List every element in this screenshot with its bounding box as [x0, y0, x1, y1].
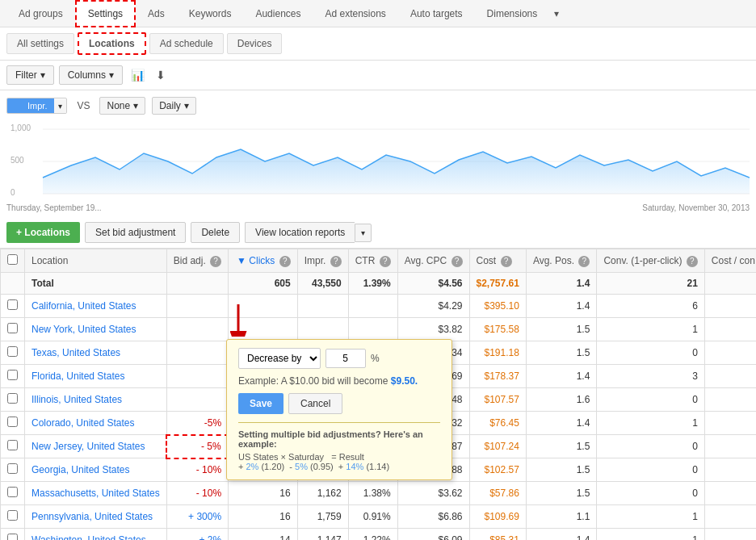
- avg-pos-help[interactable]: ?: [578, 256, 590, 267]
- header-checkbox[interactable]: [1, 249, 25, 273]
- row-location: Georgia, United States: [25, 458, 167, 482]
- tab-dimensions[interactable]: Dimensions: [475, 1, 550, 27]
- location-link[interactable]: Massachusetts, United States: [32, 488, 160, 499]
- tab-ads[interactable]: Ads: [136, 1, 177, 27]
- header-bid-adj[interactable]: Bid adj. ?: [166, 249, 228, 273]
- row-location: New York, United States: [25, 318, 167, 341]
- row-avg_pos: 1.5: [526, 318, 596, 341]
- header-avg-cpc[interactable]: Avg. CPC ?: [397, 249, 469, 273]
- row-checkbox[interactable]: [7, 463, 18, 474]
- row-cost: $175.58: [469, 318, 526, 341]
- row-cost: $178.37: [469, 365, 526, 388]
- toolbar: Filter ▾ Columns ▾ 📊 ⬇: [0, 61, 756, 90]
- view-reports-caret[interactable]: ▾: [355, 224, 372, 242]
- row-location: Washington, United States: [25, 529, 167, 541]
- table-row: Pennsylvania, United States+ 300%161,759…: [1, 505, 757, 529]
- popup-control-row: Decrease by Increase by Set to %: [238, 348, 440, 369]
- location-link[interactable]: California, United States: [32, 300, 136, 312]
- tab-ad-groups[interactable]: Ad groups: [6, 1, 75, 27]
- tab-audiences[interactable]: Audiences: [243, 1, 313, 27]
- location-link[interactable]: Texas, United States: [32, 347, 120, 358]
- row-checkbox-cell: [1, 529, 25, 541]
- set-bid-button[interactable]: Set bid adjustment: [85, 222, 186, 243]
- header-avg-pos[interactable]: Avg. Pos. ?: [526, 249, 596, 273]
- row-clicks: 16: [229, 482, 298, 505]
- location-link[interactable]: Washington, United States: [32, 534, 146, 540]
- subtab-all-settings[interactable]: All settings: [6, 33, 74, 54]
- location-link[interactable]: New York, United States: [32, 324, 136, 335]
- header-impr[interactable]: Impr. ?: [297, 249, 348, 273]
- row-checkbox[interactable]: [7, 393, 18, 404]
- bid-value-input[interactable]: [326, 349, 366, 368]
- header-cost-con[interactable]: Cost / con ?: [704, 249, 756, 273]
- impr-pill[interactable]: Impr. ▾: [6, 98, 67, 114]
- tab-auto-targets[interactable]: Auto targets: [398, 1, 475, 27]
- subtab-ad-schedule[interactable]: Ad schedule: [149, 33, 224, 54]
- header-cost[interactable]: Cost ?: [469, 249, 526, 273]
- avg-cpc-help[interactable]: ?: [452, 256, 463, 267]
- bid-adj-help[interactable]: ?: [210, 256, 221, 267]
- total-ctr: 1.39%: [348, 273, 397, 295]
- row-conv: 0: [597, 341, 704, 365]
- total-row: Total 605 43,550 1.39% $4.56 $2,757.61 1…: [1, 273, 757, 295]
- location-link[interactable]: Illinois, United States: [32, 394, 122, 405]
- daily-dropdown[interactable]: Daily ▾: [152, 97, 196, 115]
- view-reports-button[interactable]: View location reports: [245, 222, 355, 243]
- row-checkbox[interactable]: [7, 417, 18, 427]
- pct-label: %: [371, 353, 380, 364]
- location-link[interactable]: Georgia, United States: [32, 464, 129, 475]
- location-link[interactable]: Pennsylvania, United States: [32, 511, 153, 522]
- download-icon[interactable]: ⬇: [153, 65, 169, 85]
- columns-button[interactable]: Columns ▾: [59, 65, 123, 85]
- row-checkbox[interactable]: [7, 299, 18, 310]
- header-conv[interactable]: Conv. (1-per-click) ?: [597, 249, 704, 273]
- location-link[interactable]: New Jersey, United States: [32, 441, 145, 452]
- chart-icon[interactable]: 📊: [128, 65, 148, 85]
- location-link[interactable]: Colorado, United States: [32, 417, 134, 429]
- popup-save-button[interactable]: Save: [238, 393, 284, 414]
- chart-start-date: Thursday, September 19...: [6, 203, 102, 212]
- row-checkbox[interactable]: [7, 346, 18, 357]
- bid-action-select[interactable]: Decrease by Increase by Set to: [238, 348, 321, 369]
- add-locations-button[interactable]: + Locations: [6, 222, 80, 243]
- tab-settings[interactable]: Settings: [75, 0, 136, 27]
- impr-arrow[interactable]: ▾: [54, 99, 66, 113]
- impr-help[interactable]: ?: [330, 256, 342, 267]
- row-conv: 3: [597, 365, 704, 388]
- location-link[interactable]: Florida, United States: [32, 370, 124, 382]
- row-location: New Jersey, United States: [25, 435, 167, 458]
- ctr-help[interactable]: ?: [380, 256, 391, 267]
- tab-keywords[interactable]: Keywords: [177, 1, 244, 27]
- header-ctr[interactable]: CTR ?: [348, 249, 397, 273]
- none-dropdown[interactable]: None ▾: [99, 97, 145, 115]
- clicks-help[interactable]: ?: [279, 256, 291, 267]
- row-checkbox[interactable]: [7, 370, 18, 380]
- select-all-checkbox[interactable]: [7, 254, 18, 265]
- row-bid-adj: - 10%: [166, 458, 228, 482]
- cost-help[interactable]: ?: [501, 256, 512, 267]
- total-cost-con: [704, 273, 756, 295]
- header-clicks[interactable]: ▼ Clicks ?: [229, 249, 298, 273]
- subtab-locations[interactable]: Locations: [78, 32, 146, 55]
- subtab-devices[interactable]: Devices: [227, 33, 283, 54]
- row-bid-adj: - 10%: [166, 482, 228, 505]
- row-checkbox[interactable]: [7, 440, 18, 450]
- svg-text:500: 500: [10, 156, 24, 165]
- conv-help[interactable]: ?: [687, 256, 698, 267]
- row-checkbox[interactable]: [7, 487, 18, 497]
- header-location[interactable]: Location: [25, 249, 167, 273]
- row-cost: $191.18: [469, 341, 526, 365]
- row-checkbox[interactable]: [7, 534, 18, 540]
- popup-cancel-button[interactable]: Cancel: [288, 393, 342, 414]
- tab-ad-extensions[interactable]: Ad extensions: [313, 1, 397, 27]
- row-clicks: 16: [229, 505, 298, 529]
- more-tabs-button[interactable]: ▾: [549, 2, 564, 26]
- row-conv: 0: [597, 482, 704, 505]
- filter-button[interactable]: Filter ▾: [6, 65, 54, 85]
- row-bid-adj: [166, 341, 228, 365]
- row-checkbox[interactable]: [7, 323, 18, 333]
- row-checkbox[interactable]: [7, 510, 18, 521]
- svg-text:1,000: 1,000: [10, 123, 31, 132]
- delete-button[interactable]: Delete: [191, 222, 240, 243]
- chart-controls: Impr. ▾ VS None ▾ Daily ▾: [6, 97, 750, 115]
